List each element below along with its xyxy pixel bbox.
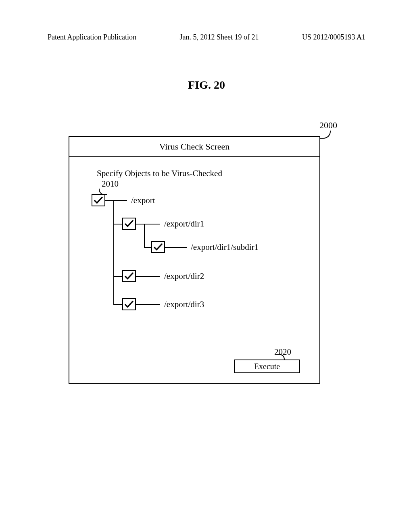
check-icon [154, 243, 163, 251]
header-right: US 2012/0005193 A1 [302, 33, 365, 42]
check-icon [125, 220, 133, 228]
check-icon [125, 300, 133, 308]
header-center: Jan. 5, 2012 Sheet 19 of 21 [179, 33, 259, 42]
reference-numeral-2010: 2010 [102, 179, 119, 189]
screen-body: Specify Objects to be Virus-Checked 2010… [69, 157, 319, 384]
tree-label-subdir1: /export/dir1/subdir1 [191, 242, 259, 252]
checkbox-dir1[interactable] [122, 218, 136, 230]
connector [113, 224, 122, 224]
screen-title: Virus Check Screen [69, 137, 319, 157]
check-icon [125, 272, 133, 280]
tree-label-dir1: /export/dir1 [164, 219, 204, 229]
connector [144, 224, 145, 247]
connector [136, 276, 160, 277]
specify-objects-label: Specify Objects to be Virus-Checked [97, 168, 305, 179]
connector [113, 276, 122, 277]
connector [136, 304, 160, 305]
tree-label-dir2: /export/dir2 [164, 271, 204, 281]
checkbox-subdir1[interactable] [151, 241, 165, 253]
connector [165, 247, 187, 248]
header-left: Patent Application Publication [48, 33, 136, 42]
connector [144, 247, 151, 248]
check-icon [94, 196, 103, 204]
connector [105, 200, 127, 201]
figure-title: FIG. 20 [0, 79, 413, 91]
execute-button[interactable]: Execute [234, 360, 300, 373]
connector [136, 224, 160, 224]
virus-check-screen: Virus Check Screen Specify Objects to be… [69, 136, 320, 384]
leader-line-2000 [319, 131, 331, 139]
reference-numeral-2000: 2000 [319, 120, 337, 131]
checkbox-dir2[interactable] [122, 270, 136, 282]
page-header: Patent Application Publication Jan. 5, 2… [0, 33, 413, 42]
tree-label-dir3: /export/dir3 [164, 299, 204, 310]
connector [113, 200, 114, 304]
checkbox-dir3[interactable] [122, 298, 136, 310]
checkbox-export[interactable] [92, 194, 105, 206]
tree-label-export: /export [131, 195, 155, 206]
connector [113, 304, 122, 305]
